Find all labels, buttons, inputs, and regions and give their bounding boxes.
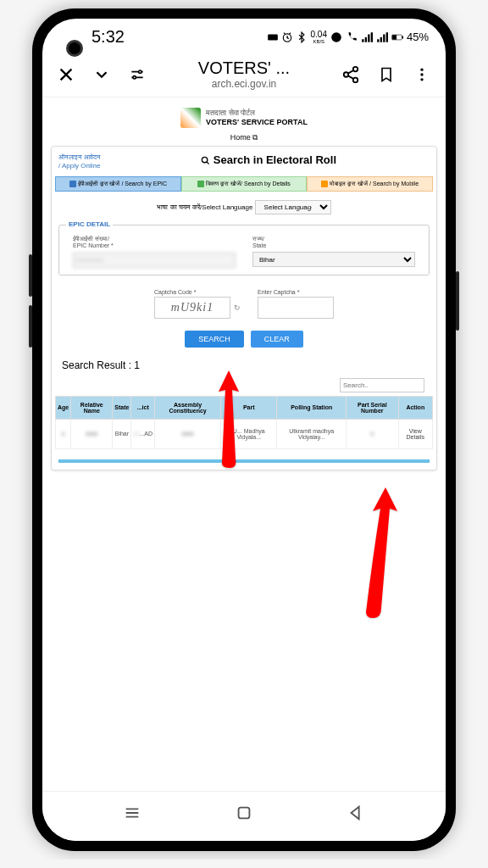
eci-logo-icon [180,108,201,128]
navigation-bar [42,791,446,841]
recent-apps-button[interactable] [123,804,141,826]
close-icon[interactable] [56,64,76,85]
enter-captcha-label: Enter Captcha * [258,289,334,295]
wifi-call-icon [346,31,358,43]
state-select[interactable]: Bihar [252,252,415,267]
search-tabs: ईपीआईसी द्वारा खोजें / Search by EPIC वि… [55,176,433,192]
result-filter-input[interactable] [340,378,424,392]
svg-point-9 [344,72,349,77]
state-label: राज्य/State [252,236,415,248]
portal-header: मतदाता सेवा पोर्टल VOTERS' SERVICE PORTA… [47,103,441,133]
more-icon[interactable] [412,64,432,85]
page-title: VOTERS' ... [163,58,325,78]
epic-legend: EPIC DETAIL [66,220,113,228]
battery-text: 45% [407,31,429,43]
lang-label: भाषा का चयन करें/Select Language [157,203,252,211]
status-bar: 5:32 0.04 KB/S 45% [42,19,446,52]
home-button[interactable] [235,804,253,826]
back-button[interactable] [347,804,365,826]
svg-point-6 [139,70,141,73]
bookmark-icon[interactable] [376,64,396,85]
svg-rect-15 [239,808,250,819]
tab-search-mobile[interactable]: मोबाइल द्वारा खोजें / Search by Mobile [307,176,433,192]
page-url: arch.eci.gov.in [163,78,325,90]
results-table: Age Relative Name State ...ict Assembly … [55,396,433,449]
table-row: x xxxx Bihar xx...AD xxxx U... Madhya Vi… [56,419,433,448]
svg-rect-0 [268,34,278,40]
settings-sliders-icon[interactable] [127,64,147,85]
search-button[interactable]: SEARCH [185,331,244,348]
vowifi-icon [267,31,279,43]
alarm-icon [281,31,293,43]
tab-search-details[interactable]: विवरण द्वारा खोजें/ Search by Details [181,176,308,192]
chevron-down-icon[interactable] [92,64,112,85]
svg-point-10 [353,77,358,82]
search-title: Search in Electoral Roll [104,150,433,170]
svg-point-11 [420,68,423,70]
svg-rect-4 [392,35,396,39]
svg-point-2 [331,32,341,42]
signal-1-icon [361,31,373,43]
view-details-link[interactable]: View Details [407,428,424,440]
captcha-label: Captcha Code * [154,289,241,295]
signal-2-icon [376,31,388,43]
battery-icon [391,31,403,43]
language-select[interactable]: Select Language [255,200,331,214]
refresh-captcha-icon[interactable]: ↻ [234,303,241,312]
browser-bar: VOTERS' ... arch.eci.gov.in [42,52,446,97]
status-icons: 0.04 KB/S 45% [267,31,430,44]
volte-icon [330,31,342,43]
share-icon[interactable] [341,64,361,85]
svg-point-7 [133,75,136,78]
bluetooth-icon [296,31,308,43]
result-title: Search Result : 1 [55,351,433,375]
clear-button[interactable]: CLEAR [251,331,303,348]
apply-online-link[interactable]: ऑनलाइन आवेदन / Apply Online [55,150,104,173]
svg-point-8 [353,66,358,71]
svg-rect-5 [402,36,403,37]
captcha-input[interactable] [258,297,334,319]
svg-point-12 [420,73,423,75]
divider [58,459,430,463]
annotation-arrow-view [356,481,415,628]
epic-number-label: ईपीआईसी संख्या/EPIC Number * [73,236,236,248]
home-link[interactable]: Home ⧉ [47,133,441,142]
tab-search-epic[interactable]: ईपीआईसी द्वारा खोजें / Search by EPIC [55,176,181,192]
captcha-image: mU9ki1 [154,297,230,319]
table-header-row: Age Relative Name State ...ict Assembly … [56,396,433,419]
svg-point-13 [420,78,423,81]
epic-number-input[interactable] [73,253,236,268]
svg-point-14 [202,157,208,162]
